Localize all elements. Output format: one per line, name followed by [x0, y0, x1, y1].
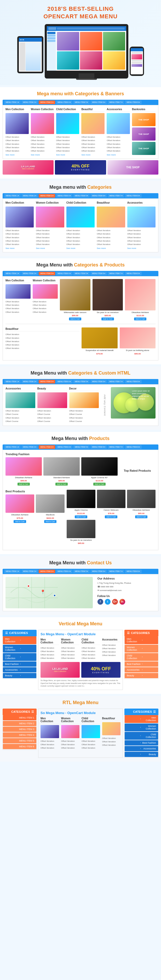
see-more-child[interactable]: See more: [56, 154, 79, 156]
list-item[interactable]: Offset Iteration: [69, 409, 99, 412]
nav-bar-1[interactable]: MENU ITEM 1 ▾ MENU ITEM 2 ▾ MENU ITEM 3 …: [3, 100, 158, 105]
list-item[interactable]: Offset Iteration: [33, 310, 58, 314]
list-item[interactable]: Offset Iteration: [82, 740, 100, 743]
nav-item[interactable]: MENU ITEM 8 ▾: [125, 570, 141, 573]
see-more-men[interactable]: See more: [5, 154, 29, 156]
list-item[interactable]: Offset Iteration: [127, 236, 156, 239]
nav-item[interactable]: MENU ITEM 6 ▾: [90, 570, 107, 573]
add-to-cart-btn[interactable]: Add to Cart: [101, 318, 114, 320]
nav-item-2[interactable]: MENU ITEM 2 ▾: [21, 100, 38, 104]
list-item[interactable]: Offset Iteration: [127, 239, 156, 243]
list-item[interactable]: Offset Iteration: [61, 740, 80, 743]
list-item[interactable]: Offset Iteration: [61, 657, 80, 660]
nav-item[interactable]: MENU ITEM 8 ▾: [125, 445, 141, 449]
nav-item-6[interactable]: MENU ITEM 6 ▾: [90, 100, 107, 104]
see-more-accessories[interactable]: See more: [107, 154, 130, 156]
list-item[interactable]: Offset Iteration: [5, 336, 79, 340]
nav-item[interactable]: MENU ITEM 5 ▾: [73, 445, 90, 449]
nav-item[interactable]: MENU ITEM 6 ▾: [90, 380, 107, 383]
list-item[interactable]: Offset Iteration: [69, 416, 99, 420]
rtl-left-cat6[interactable]: MENU ITEM 6: [3, 744, 36, 749]
see-more[interactable]: See more: [5, 247, 34, 250]
list-item[interactable]: Offset Iteration: [36, 239, 64, 243]
list-item[interactable]: Offset Iteration: [56, 149, 79, 153]
list-item[interactable]: Offset Iteration: [61, 653, 80, 657]
rtl-left-cat4[interactable]: MENU ITEM 4: [3, 732, 36, 738]
list-item[interactable]: Offset Iteration: [36, 236, 64, 239]
list-item[interactable]: Offset Iteration: [5, 416, 35, 420]
nav-item[interactable]: MENU ITEM 1 ▾: [4, 194, 21, 197]
list-item[interactable]: Offset Iteration: [66, 243, 95, 246]
list-item[interactable]: Offset Iteration: [61, 646, 80, 650]
list-item[interactable]: Offset Iteration: [5, 303, 31, 307]
list-item[interactable]: Offset Iteration: [31, 135, 54, 139]
v-cat-item-right2[interactable]: Women Collection›: [125, 645, 158, 652]
nav-item-1[interactable]: MENU ITEM 1 ▾: [4, 100, 21, 104]
nav-item[interactable]: MENU ITEM 1 ▾: [4, 272, 21, 275]
list-item[interactable]: Offset Iteration: [81, 146, 104, 149]
nav-bar-3[interactable]: MENU ITEM 1 ▾ MENU ITEM 2 ▾ MENU ITEM 3 …: [3, 271, 158, 276]
instagram-icon[interactable]: in: [120, 599, 125, 605]
nav-item[interactable]: MENU ITEM 7 ▾: [108, 570, 124, 573]
list-item[interactable]: Offset Iteration: [31, 139, 54, 142]
rtl-left-cat2[interactable]: MENU ITEM 2: [3, 721, 36, 726]
list-item[interactable]: Offset Iteration: [36, 243, 64, 246]
nav-item[interactable]: MENU ITEM 4 ▾: [56, 194, 73, 197]
nav-bar-2[interactable]: MENU ITEM 1 ▾ MENU ITEM 2 ▾ MENU ITEM 3 …: [3, 193, 158, 199]
list-item[interactable]: Offset Iteration: [5, 232, 34, 235]
rtl-cat-item3[interactable]: Child Collection‹: [125, 732, 158, 740]
list-item[interactable]: Offset Iteration: [66, 232, 95, 235]
nav-item[interactable]: MENU ITEM 4 ▾: [56, 380, 73, 383]
v-cat-item-right6[interactable]: Beauty›: [125, 673, 158, 678]
list-item[interactable]: Offset Iteration: [56, 142, 79, 146]
nav-item[interactable]: MENU ITEM 3 ▾: [39, 272, 55, 275]
list-item[interactable]: Offset Iteration: [97, 229, 125, 232]
nav-item[interactable]: MENU ITEM 8 ▾: [125, 272, 141, 275]
list-item[interactable]: Offset Course: [37, 420, 67, 423]
list-item[interactable]: Offset Iteration: [41, 740, 59, 743]
list-item[interactable]: Offset Iteration: [82, 743, 100, 746]
list-item[interactable]: Offset Iteration: [33, 303, 58, 307]
list-item[interactable]: Offset Iteration: [82, 657, 100, 660]
add-to-cart-btn[interactable]: Add to Cart: [69, 318, 81, 320]
v-cat-item-right1[interactable]: Men Collection›: [125, 636, 158, 644]
list-item[interactable]: Offset Iteration: [33, 307, 58, 310]
list-item[interactable]: Offset Iteration: [107, 139, 130, 142]
list-item[interactable]: Offset Iteration: [31, 146, 54, 149]
nav-bar-4[interactable]: MENU ITEM 1 ▾ MENU ITEM 2 ▾ MENU ITEM 3 …: [3, 379, 158, 384]
nav-item[interactable]: MENU ITEM 1 ▾: [4, 570, 21, 573]
list-item[interactable]: Offset Iteration: [61, 743, 80, 746]
nav-item[interactable]: MENU ITEM 7 ▾: [108, 272, 124, 275]
add-to-cart-btn[interactable]: Add to Cart: [75, 515, 87, 518]
nav-item[interactable]: MENU ITEM 1 ▾: [4, 380, 21, 383]
v-cat-item-beauty[interactable]: Beauty›: [3, 673, 36, 678]
nav-item[interactable]: MENU ITEM 3 ▾: [39, 194, 55, 197]
nav-item[interactable]: MENU ITEM 8 ▾: [125, 380, 141, 383]
list-item[interactable]: Offset Iteration: [5, 307, 31, 310]
list-item[interactable]: Offset Iteration: [31, 149, 54, 153]
list-item[interactable]: Offset Iteration: [102, 737, 121, 740]
list-item[interactable]: Offset Iteration: [81, 142, 104, 146]
nav-item-3[interactable]: MENU ITEM 3 ▾: [39, 100, 55, 104]
list-item[interactable]: Offset Iteration: [107, 146, 130, 149]
list-item[interactable]: Offset Iteration: [81, 149, 104, 153]
list-item[interactable]: Offset Course: [5, 412, 35, 416]
list-item[interactable]: Offset Iteration: [82, 746, 100, 750]
nav-item[interactable]: MENU ITEM 8 ▾: [125, 194, 141, 197]
list-item[interactable]: Offset Iteration: [102, 743, 121, 747]
list-item[interactable]: Offset Iteration: [81, 135, 104, 139]
list-item[interactable]: Offset Iteration: [66, 239, 95, 243]
list-item[interactable]: Offset Iteration: [41, 743, 59, 746]
nav-item[interactable]: MENU ITEM 1 ▾: [4, 445, 21, 449]
list-item[interactable]: Offset Iteration: [97, 232, 125, 235]
list-item[interactable]: Offset Iteration: [5, 236, 34, 239]
list-item[interactable]: Offset Iteration: [33, 300, 58, 303]
nav-item-8[interactable]: MENU ITEM 8 ▾: [125, 100, 141, 104]
list-item[interactable]: Offset Iteration: [56, 135, 79, 139]
list-item[interactable]: Offset Course: [69, 420, 99, 423]
v-cat-item-accessories[interactable]: Accessories›: [3, 667, 36, 673]
list-item[interactable]: Offset Iteration: [5, 310, 31, 314]
nav-bar-5[interactable]: MENU ITEM 1 ▾ MENU ITEM 2 ▾ MENU ITEM 3 …: [3, 444, 158, 450]
nav-item[interactable]: MENU ITEM 6 ▾: [90, 194, 107, 197]
list-item[interactable]: Offset Iteration: [5, 146, 29, 149]
